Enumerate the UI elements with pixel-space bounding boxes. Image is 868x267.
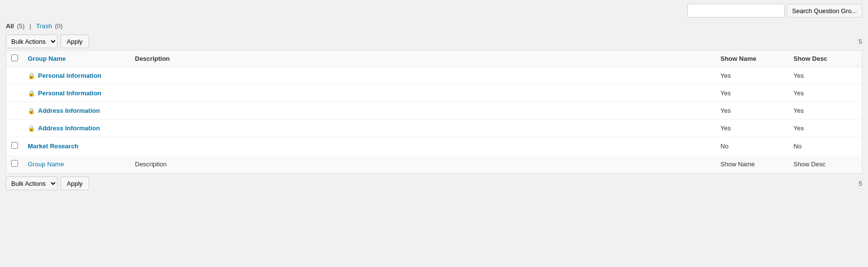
filter-trash-count: (0)	[55, 22, 63, 30]
apply-button-top[interactable]: Apply	[60, 35, 89, 48]
row-description-cell-1	[130, 85, 716, 102]
row-checkbox-4[interactable]	[11, 142, 18, 149]
table-row: 🔒Personal InformationYesYes	[6, 85, 862, 102]
lock-icon: 🔒	[28, 90, 35, 97]
apply-button-bottom[interactable]: Apply	[60, 177, 89, 190]
filter-separator: |	[30, 22, 31, 30]
row-group-name-cell-1: 🔒Personal Information	[23, 85, 130, 102]
row-show-desc-cell-0: Yes	[789, 67, 862, 85]
footer-checkbox-cell	[6, 155, 23, 173]
row-group-name-link-3[interactable]: Address Information	[38, 125, 100, 132]
lock-icon: 🔒	[28, 125, 35, 132]
row-show-desc-cell-1: Yes	[789, 85, 862, 102]
top-toolbar: Bulk Actions Apply 5	[0, 33, 868, 50]
select-all-checkbox[interactable]	[11, 54, 18, 61]
row-show-desc-cell-3: Yes	[789, 120, 862, 137]
header-description: Description	[130, 51, 716, 67]
question-groups-table: Group Name Description Show Name Show De…	[6, 50, 862, 174]
bottom-toolbar: Bulk Actions Apply 5	[0, 174, 868, 193]
select-all-footer-checkbox[interactable]	[11, 160, 18, 167]
lock-icon: 🔒	[28, 72, 35, 79]
table-footer-row: Group Name Description Show Name Show De…	[6, 155, 862, 173]
search-area: Search Question Gro...	[687, 4, 862, 18]
row-checkbox-cell-2	[6, 102, 23, 120]
row-show-name-cell-2: Yes	[716, 102, 789, 120]
search-input[interactable]	[687, 4, 785, 18]
row-checkbox-cell-1	[6, 85, 23, 102]
filter-bar: All (5) | Trash (0)	[0, 19, 868, 33]
row-show-desc-cell-4: No	[789, 137, 862, 156]
filter-all-link[interactable]: All	[6, 22, 14, 30]
row-checkbox-cell-0	[6, 67, 23, 85]
table-header-row: Group Name Description Show Name Show De…	[6, 51, 862, 67]
footer-sort-group-name-link[interactable]: Group Name	[28, 160, 64, 168]
footer-show-desc: Show Desc	[789, 155, 862, 173]
row-show-name-cell-4: No	[716, 137, 789, 156]
table-row: 🔒Address InformationYesYes	[6, 120, 862, 137]
row-checkbox-cell-4	[6, 137, 23, 156]
bulk-actions-select-top[interactable]: Bulk Actions	[6, 35, 57, 48]
row-show-name-cell-1: Yes	[716, 85, 789, 102]
row-group-name-cell-3: 🔒Address Information	[23, 120, 130, 137]
bottom-toolbar-count: 5	[859, 180, 862, 187]
filter-trash-link[interactable]: Trash	[36, 22, 52, 30]
search-button[interactable]: Search Question Gro...	[787, 4, 862, 18]
row-show-name-cell-3: Yes	[716, 120, 789, 137]
header-show-name: Show Name	[716, 51, 789, 67]
footer-description: Description	[130, 155, 716, 173]
table-row: 🔒Personal InformationYesYes	[6, 67, 862, 85]
header-show-desc: Show Desc	[789, 51, 862, 67]
footer-show-name: Show Name	[716, 155, 789, 173]
header-checkbox-cell	[6, 51, 23, 67]
table-row: 🔒Address InformationYesYes	[6, 102, 862, 120]
row-description-cell-0	[130, 67, 716, 85]
row-group-name-link-2[interactable]: Address Information	[38, 107, 100, 114]
row-checkbox-cell-3	[6, 120, 23, 137]
bulk-actions-select-bottom[interactable]: Bulk Actions	[6, 177, 57, 190]
row-group-name-cell-2: 🔒Address Information	[23, 102, 130, 120]
row-description-cell-4	[130, 137, 716, 156]
row-group-name-link-4[interactable]: Market Research	[28, 142, 78, 150]
header-group-name: Group Name	[23, 51, 130, 67]
filter-all-count: (5)	[17, 22, 25, 30]
row-show-name-cell-0: Yes	[716, 67, 789, 85]
top-toolbar-count: 5	[859, 38, 862, 45]
row-group-name-link-1[interactable]: Personal Information	[38, 89, 101, 97]
row-description-cell-3	[130, 120, 716, 137]
footer-group-name: Group Name	[23, 155, 130, 173]
top-bar: Search Question Gro...	[0, 0, 868, 19]
row-group-name-cell-4: Market Research	[23, 137, 130, 156]
row-show-desc-cell-2: Yes	[789, 102, 862, 120]
table-row: Market ResearchNoNo	[6, 137, 862, 156]
row-group-name-link-0[interactable]: Personal Information	[38, 72, 101, 79]
lock-icon: 🔒	[28, 107, 35, 114]
sort-group-name-link[interactable]: Group Name	[28, 55, 66, 62]
row-group-name-cell-0: 🔒Personal Information	[23, 67, 130, 85]
row-description-cell-2	[130, 102, 716, 120]
page-wrapper: Search Question Gro... All (5) | Trash (…	[0, 0, 868, 267]
